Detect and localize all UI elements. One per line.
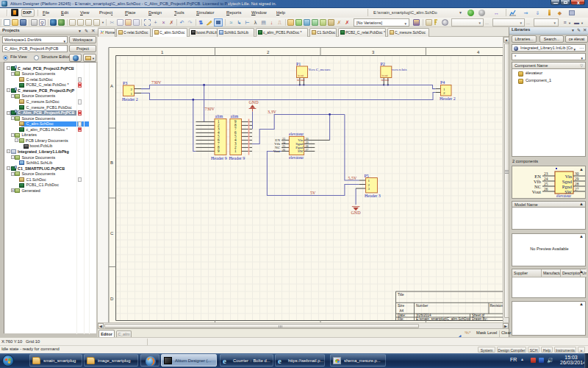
svg-text:élevateur: élevateur: [556, 194, 571, 198]
svg-text:GND: GND: [351, 210, 362, 215]
svg-text:alim: alim: [215, 114, 223, 118]
svg-text:Vin: Vin: [565, 174, 573, 179]
svg-text:A: A: [110, 84, 113, 88]
svg-text:730V: 730V: [151, 80, 162, 85]
svg-text:Number: Number: [416, 304, 429, 308]
svg-text:5V: 5V: [310, 191, 316, 195]
svg-text:Vers C_mesure: Vers C_mesure: [309, 68, 331, 71]
svg-text:29: 29: [575, 177, 579, 181]
svg-text:27: 27: [306, 148, 309, 152]
svg-text:in out: in out: [298, 74, 304, 77]
svg-text:E:\smain_smartplug\C_alim.SchD: E:\smain_smartplug\C_alim.SchDoc: [416, 317, 470, 321]
svg-text:in out: in out: [382, 74, 388, 77]
svg-text:elevateur: elevateur: [289, 132, 304, 136]
svg-text:P2: P2: [381, 62, 385, 66]
svg-text:730V: 730V: [205, 107, 215, 111]
svg-text:File:: File:: [398, 317, 404, 321]
svg-text:3,3V: 3,3V: [268, 110, 277, 114]
svg-text:P1: P1: [296, 62, 301, 66]
svg-text:elevateur: elevateur: [289, 155, 304, 160]
svg-text:1: 1: [234, 149, 237, 153]
svg-text:Vout: Vout: [532, 189, 541, 194]
svg-text:P4: P4: [440, 80, 445, 85]
svg-text:9: 9: [218, 149, 220, 153]
svg-text:Header 2: Header 2: [122, 97, 138, 102]
svg-text:26: 26: [544, 187, 548, 191]
svg-text:5,5V: 5,5V: [348, 176, 358, 180]
svg-text:P3: P3: [123, 81, 127, 85]
svg-text:in out: in out: [297, 78, 305, 82]
svg-text:Sgnd: Sgnd: [562, 179, 573, 184]
svg-text:P5: P5: [365, 174, 369, 178]
svg-text:Drawn By:: Drawn By:: [472, 317, 487, 321]
svg-text:Size: Size: [398, 304, 404, 308]
svg-text:A4: A4: [400, 309, 404, 313]
svg-text:30: 30: [575, 171, 579, 176]
svg-text:Vfb: Vfb: [534, 179, 541, 184]
svg-text:GND: GND: [249, 100, 259, 105]
svg-text:Title: Title: [398, 293, 404, 297]
svg-text:28: 28: [575, 182, 579, 186]
svg-text:D: D: [110, 297, 114, 301]
svg-text:alim: alim: [231, 114, 239, 118]
svg-text:NC: NC: [534, 184, 541, 189]
svg-text:EN: EN: [534, 174, 541, 179]
svg-text:Header 2: Header 2: [440, 96, 456, 101]
svg-text:Vout: Vout: [273, 149, 281, 153]
svg-text:in out: in out: [381, 78, 390, 82]
svg-text:27: 27: [575, 187, 579, 191]
svg-text:C: C: [110, 231, 114, 236]
svg-text:Header 9: Header 9: [211, 156, 227, 160]
svg-text:SW: SW: [298, 149, 304, 153]
svg-text:vers relais: vers relais: [392, 68, 406, 71]
svg-text:Pgnd: Pgnd: [562, 184, 573, 189]
svg-text:Header 9: Header 9: [229, 156, 245, 160]
svg-text:24: 24: [544, 177, 548, 181]
svg-text:26: 26: [282, 148, 285, 152]
svg-text:Revision: Revision: [490, 304, 503, 308]
svg-text:25: 25: [544, 182, 548, 186]
svg-text:Header 3: Header 3: [365, 194, 381, 198]
svg-text:23: 23: [544, 171, 548, 176]
svg-text:B: B: [110, 160, 113, 165]
